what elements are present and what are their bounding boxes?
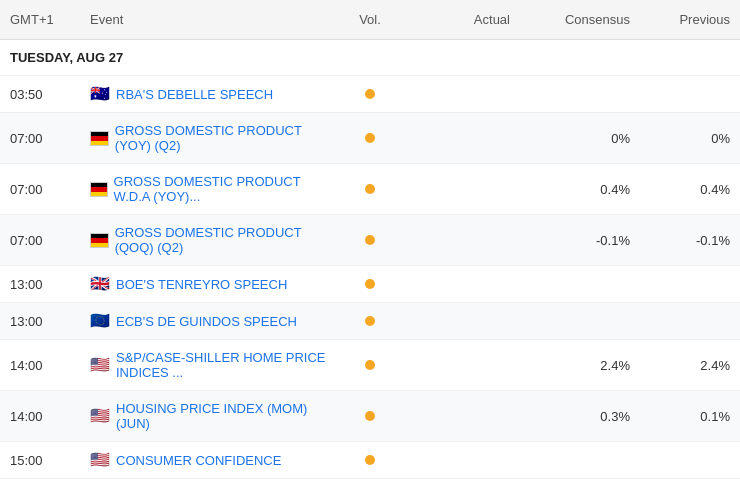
table-row: 07:00 GROSS DOMESTIC PRODUCT (YOY) (Q2) … — [0, 113, 740, 164]
event-vol — [330, 314, 410, 329]
event-consensus: 0.4% — [510, 182, 630, 197]
event-name-link[interactable]: GROSS DOMESTIC PRODUCT (YOY) (Q2) — [115, 123, 330, 153]
col-actual: Actual — [410, 12, 510, 27]
table-row: 13:00 🇪🇺 ECB'S DE GUINDOS SPEECH — [0, 303, 740, 340]
event-time: 07:00 — [10, 131, 90, 146]
col-time: GMT+1 — [10, 12, 90, 27]
event-name-link[interactable]: GROSS DOMESTIC PRODUCT (QOQ) (Q2) — [115, 225, 330, 255]
event-info: GROSS DOMESTIC PRODUCT (YOY) (Q2) — [90, 123, 330, 153]
event-info: GROSS DOMESTIC PRODUCT (QOQ) (Q2) — [90, 225, 330, 255]
table-row: 14:00 🇺🇸 HOUSING PRICE INDEX (MOM) (JUN)… — [0, 391, 740, 442]
event-vol — [330, 131, 410, 146]
table-row: 07:00 GROSS DOMESTIC PRODUCT (QOQ) (Q2) … — [0, 215, 740, 266]
section-date: TUESDAY, AUG 27 — [0, 40, 740, 76]
event-name-link[interactable]: HOUSING PRICE INDEX (MOM) (JUN) — [116, 401, 330, 431]
col-vol: Vol. — [330, 12, 410, 27]
vol-dot — [365, 316, 375, 326]
event-previous: 0% — [630, 131, 730, 146]
event-consensus: 2.4% — [510, 358, 630, 373]
event-name-link[interactable]: CONSUMER CONFIDENCE — [116, 453, 281, 468]
event-time: 07:00 — [10, 233, 90, 248]
event-vol — [330, 277, 410, 292]
vol-dot — [365, 360, 375, 370]
table-row: 15:00 🇺🇸 CONSUMER CONFIDENCE — [0, 442, 740, 479]
event-name-link[interactable]: BOE'S TENREYRO SPEECH — [116, 277, 287, 292]
event-vol — [330, 182, 410, 197]
event-name-link[interactable]: ECB'S DE GUINDOS SPEECH — [116, 314, 297, 329]
event-previous: 0.1% — [630, 409, 730, 424]
flag-eu: 🇪🇺 — [90, 313, 110, 329]
event-name-link[interactable]: RBA'S DEBELLE SPEECH — [116, 87, 273, 102]
event-time: 07:00 — [10, 182, 90, 197]
event-vol — [330, 87, 410, 102]
vol-dot — [365, 184, 375, 194]
flag-de — [90, 131, 109, 146]
event-info: 🇦🇺 RBA'S DEBELLE SPEECH — [90, 86, 330, 102]
vol-dot — [365, 89, 375, 99]
event-vol — [330, 453, 410, 468]
flag-us: 🇺🇸 — [90, 357, 110, 373]
event-time: 14:00 — [10, 409, 90, 424]
event-time: 13:00 — [10, 314, 90, 329]
event-info: 🇺🇸 S&P/CASE-SHILLER HOME PRICE INDICES .… — [90, 350, 330, 380]
event-vol — [330, 409, 410, 424]
vol-dot — [365, 235, 375, 245]
event-time: 14:00 — [10, 358, 90, 373]
vol-dot — [365, 411, 375, 421]
col-event: Event — [90, 12, 330, 27]
table-row: 14:00 🇺🇸 S&P/CASE-SHILLER HOME PRICE IND… — [0, 340, 740, 391]
flag-de — [90, 182, 108, 197]
event-time: 15:00 — [10, 453, 90, 468]
event-info: 🇪🇺 ECB'S DE GUINDOS SPEECH — [90, 313, 330, 329]
event-previous: -0.1% — [630, 233, 730, 248]
flag-us: 🇺🇸 — [90, 408, 110, 424]
event-vol — [330, 233, 410, 248]
col-consensus: Consensus — [510, 12, 630, 27]
vol-dot — [365, 455, 375, 465]
event-vol — [330, 358, 410, 373]
table-header: GMT+1 Event Vol. Actual Consensus Previo… — [0, 0, 740, 40]
events-table: 03:50 🇦🇺 RBA'S DEBELLE SPEECH 07:00 GROS… — [0, 76, 740, 479]
table-row: 03:50 🇦🇺 RBA'S DEBELLE SPEECH — [0, 76, 740, 113]
event-consensus: -0.1% — [510, 233, 630, 248]
event-info: GROSS DOMESTIC PRODUCT W.D.A (YOY)... — [90, 174, 330, 204]
vol-dot — [365, 133, 375, 143]
event-time: 03:50 — [10, 87, 90, 102]
flag-us: 🇺🇸 — [90, 452, 110, 468]
flag-de — [90, 233, 109, 248]
col-previous: Previous — [630, 12, 730, 27]
vol-dot — [365, 279, 375, 289]
event-name-link[interactable]: GROSS DOMESTIC PRODUCT W.D.A (YOY)... — [114, 174, 330, 204]
event-consensus: 0.3% — [510, 409, 630, 424]
table-row: 13:00 🇬🇧 BOE'S TENREYRO SPEECH — [0, 266, 740, 303]
flag-gb: 🇬🇧 — [90, 276, 110, 292]
flag-au: 🇦🇺 — [90, 86, 110, 102]
event-time: 13:00 — [10, 277, 90, 292]
event-name-link[interactable]: S&P/CASE-SHILLER HOME PRICE INDICES ... — [116, 350, 330, 380]
event-consensus: 0% — [510, 131, 630, 146]
table-row: 07:00 GROSS DOMESTIC PRODUCT W.D.A (YOY)… — [0, 164, 740, 215]
event-info: 🇺🇸 HOUSING PRICE INDEX (MOM) (JUN) — [90, 401, 330, 431]
event-previous: 2.4% — [630, 358, 730, 373]
event-previous: 0.4% — [630, 182, 730, 197]
event-info: 🇬🇧 BOE'S TENREYRO SPEECH — [90, 276, 330, 292]
event-info: 🇺🇸 CONSUMER CONFIDENCE — [90, 452, 330, 468]
